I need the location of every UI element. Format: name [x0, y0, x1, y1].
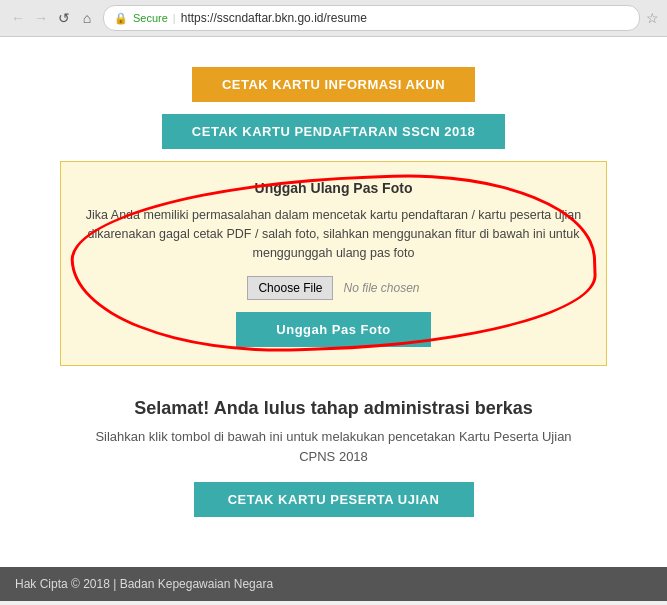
page-content: CETAK KARTU INFORMASI AKUN CETAK KARTU P…	[0, 37, 667, 601]
unggah-foto-button[interactable]: Unggah Pas Foto	[236, 312, 430, 347]
address-bar[interactable]: 🔒 Secure | https://sscndaftar.bkn.go.id/…	[103, 5, 640, 31]
home-button[interactable]: ⌂	[77, 8, 97, 28]
browser-chrome: ← → ↺ ⌂ 🔒 Secure | https://sscndaftar.bk…	[0, 0, 667, 37]
address-separator: |	[173, 12, 176, 24]
success-section: Selamat! Anda lulus tahap administrasi b…	[60, 378, 607, 527]
nav-buttons: ← → ↺ ⌂	[8, 8, 97, 28]
center-container: CETAK KARTU INFORMASI AKUN CETAK KARTU P…	[0, 57, 667, 547]
upload-title: Unggah Ulang Pas Foto	[85, 180, 582, 196]
upload-description: Jika Anda memiliki permasalahan dalam me…	[85, 206, 582, 262]
back-button[interactable]: ←	[8, 8, 28, 28]
url-text: https://sscndaftar.bkn.go.id/resume	[181, 11, 629, 25]
forward-button[interactable]: →	[31, 8, 51, 28]
cetak-kartu-akun-button[interactable]: CETAK KARTU INFORMASI AKUN	[192, 67, 475, 102]
browser-toolbar: ← → ↺ ⌂ 🔒 Secure | https://sscndaftar.bk…	[0, 0, 667, 36]
bookmark-icon[interactable]: ☆	[646, 10, 659, 26]
upload-btn-row: Unggah Pas Foto	[85, 312, 582, 347]
cetak-kartu-pendaftaran-button[interactable]: CETAK KARTU PENDAFTARAN SSCN 2018	[162, 114, 505, 149]
upload-section: Unggah Ulang Pas Foto Jika Anda memiliki…	[60, 161, 607, 366]
lock-icon: 🔒	[114, 12, 128, 25]
footer: Hak Cipta © 2018 | Badan Kepegawaian Neg…	[0, 567, 667, 601]
cetak-kartu-peserta-button[interactable]: CETAK KARTU PESERTA UJIAN	[194, 482, 474, 517]
no-file-label: No file chosen	[343, 281, 419, 295]
secure-label: Secure	[133, 12, 168, 24]
success-description: Silahkan klik tombol di bawah ini untuk …	[80, 427, 587, 466]
file-input-row: Choose File No file chosen	[85, 276, 582, 300]
footer-text: Hak Cipta © 2018 | Badan Kepegawaian Neg…	[15, 577, 273, 591]
choose-file-button[interactable]: Choose File	[247, 276, 333, 300]
success-title: Selamat! Anda lulus tahap administrasi b…	[80, 398, 587, 419]
reload-button[interactable]: ↺	[54, 8, 74, 28]
